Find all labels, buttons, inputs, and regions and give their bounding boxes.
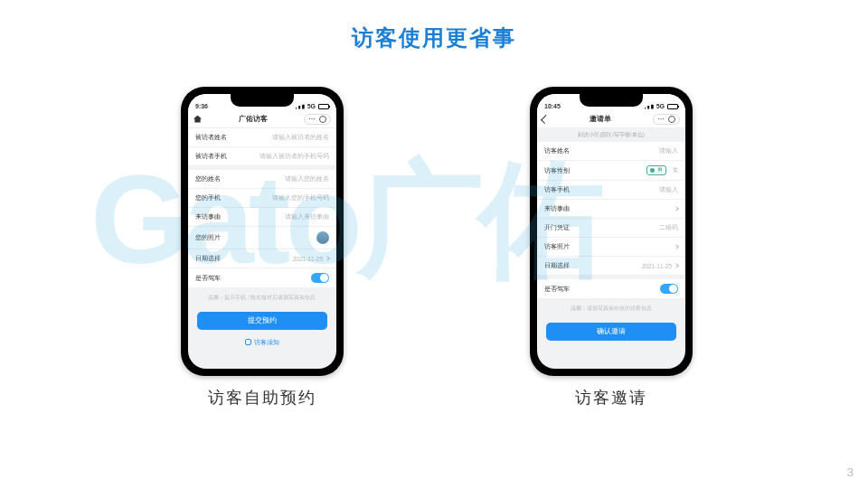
- miniapp-menu[interactable]: ⋯: [304, 114, 331, 125]
- row-your-photo[interactable]: 您的照片: [188, 227, 336, 249]
- chevron-right-icon: [674, 244, 679, 249]
- nav-title: 邀请单: [590, 114, 611, 124]
- label: 开门凭证: [544, 223, 570, 232]
- status-time: 10:45: [544, 103, 561, 109]
- signal-icon: [645, 104, 654, 109]
- placeholder: 请输入您的手机号码: [272, 194, 329, 202]
- row-drive-toggle[interactable]: 是否驾车: [537, 279, 685, 299]
- slide-title: 访客使用更省事: [0, 23, 868, 52]
- label: 是否驾车: [195, 274, 221, 283]
- row-visit-reason[interactable]: 来访事由 请输入来访事由: [188, 208, 336, 227]
- label: 来访事由: [544, 204, 570, 213]
- status-net: 5G: [307, 103, 316, 109]
- nav-bar: 邀请单 ⋯: [537, 110, 685, 128]
- label: 您的照片: [195, 233, 221, 242]
- placeholder: 请输入您的姓名: [285, 175, 329, 183]
- row-visit-reason[interactable]: 来访事由: [537, 200, 685, 219]
- row-visitee-name[interactable]: 被访者姓名 请输入被访者的姓名: [188, 128, 336, 147]
- signal-icon: [296, 104, 305, 109]
- placeholder: 请输入: [659, 147, 678, 155]
- gender-option[interactable]: 女: [673, 166, 678, 174]
- chevron-right-icon: [325, 256, 330, 261]
- label: 您的姓名: [195, 174, 221, 183]
- label: 访客性别: [544, 166, 570, 175]
- placeholder: 请输入被访者的手机号码: [259, 153, 329, 161]
- label: 被访者姓名: [195, 133, 227, 142]
- placeholder: 请输入被访者的姓名: [272, 134, 329, 142]
- status-time: 9:36: [195, 103, 208, 109]
- label: 被访者手机: [195, 152, 227, 161]
- row-your-name[interactable]: 您的姓名 请输入您的姓名: [188, 170, 336, 189]
- label: 访客姓名: [544, 146, 570, 155]
- close-icon: [668, 116, 675, 123]
- status-bar: 10:45 5G: [537, 94, 685, 110]
- miniapp-menu[interactable]: ⋯: [653, 114, 680, 125]
- avatar-icon: [316, 231, 329, 244]
- nav-bar: 广佑访客 ⋯: [188, 110, 336, 128]
- row-guest-gender[interactable]: 访客性别 男 女: [537, 161, 685, 181]
- submit-button[interactable]: 提交预约: [197, 312, 327, 330]
- toggle-on-icon[interactable]: [311, 273, 329, 283]
- chevron-right-icon: [674, 263, 679, 268]
- link-text: 访客须知: [254, 339, 279, 345]
- home-icon[interactable]: [193, 116, 202, 123]
- hint-text: 温馨：提示手机 / 姓名核对后请填写真实信息: [188, 288, 336, 306]
- nav-title: 广佑访客: [239, 114, 268, 124]
- battery-icon: [318, 104, 329, 109]
- label: 来访事由: [195, 212, 221, 221]
- row-drive-toggle[interactable]: 是否驾车: [188, 268, 336, 288]
- status-bar: 9:36 5G: [188, 94, 336, 110]
- row-guest-phone[interactable]: 访客手机 请输入: [537, 181, 685, 200]
- section-subheader: 到访小区(园区/写字楼/单位): [537, 128, 685, 142]
- visitor-notice-link[interactable]: 访客须知: [188, 335, 336, 350]
- status-net: 5G: [656, 103, 665, 109]
- label: 访客照片: [544, 242, 570, 251]
- caption-right: 访客邀请: [521, 387, 702, 408]
- value: 二维码: [659, 224, 678, 232]
- row-guest-name[interactable]: 访客姓名 请输入: [537, 142, 685, 161]
- label: 是否驾车: [544, 285, 570, 294]
- row-date-select[interactable]: 日期选择 2021-11-25: [537, 257, 685, 276]
- close-icon: [319, 116, 326, 123]
- label: 日期选择: [544, 261, 570, 270]
- chevron-right-icon: [674, 206, 679, 211]
- radio-on-icon: [650, 168, 655, 173]
- battery-icon: [667, 104, 678, 109]
- back-icon[interactable]: [541, 115, 550, 124]
- more-icon: ⋯: [308, 115, 316, 124]
- value: 2021-11-25: [642, 263, 672, 269]
- label: 访客手机: [544, 185, 570, 194]
- confirm-invite-button[interactable]: 确认邀请: [546, 323, 676, 341]
- hint-text: 温馨：请填写真实有效的访客信息: [537, 299, 685, 317]
- phone-mock-left: 9:36 5G 广佑访客 ⋯: [181, 87, 344, 376]
- phone-mock-right: 10:45 5G 邀请单 ⋯: [530, 87, 693, 376]
- row-door-credential[interactable]: 开门凭证 二维码: [537, 219, 685, 238]
- row-visitee-phone[interactable]: 被访者手机 请输入被访者的手机号码: [188, 147, 336, 166]
- toggle-on-icon[interactable]: [660, 284, 678, 294]
- row-your-phone[interactable]: 您的手机 请输入您的手机号码: [188, 189, 336, 208]
- placeholder: 请输入: [659, 186, 678, 194]
- row-guest-photo[interactable]: 访客照片: [537, 238, 685, 257]
- label: 日期选择: [195, 254, 221, 263]
- label: 您的手机: [195, 193, 221, 202]
- doc-icon: [245, 339, 251, 345]
- more-icon: ⋯: [657, 115, 665, 124]
- page-number: 3: [847, 465, 854, 479]
- placeholder: 请输入来访事由: [285, 213, 329, 221]
- value: 2021-11-25: [293, 256, 323, 262]
- gender-option-selected[interactable]: 男: [646, 165, 666, 175]
- caption-left: 访客自助预约: [172, 387, 353, 408]
- row-date-select[interactable]: 日期选择 2021-11-25: [188, 249, 336, 268]
